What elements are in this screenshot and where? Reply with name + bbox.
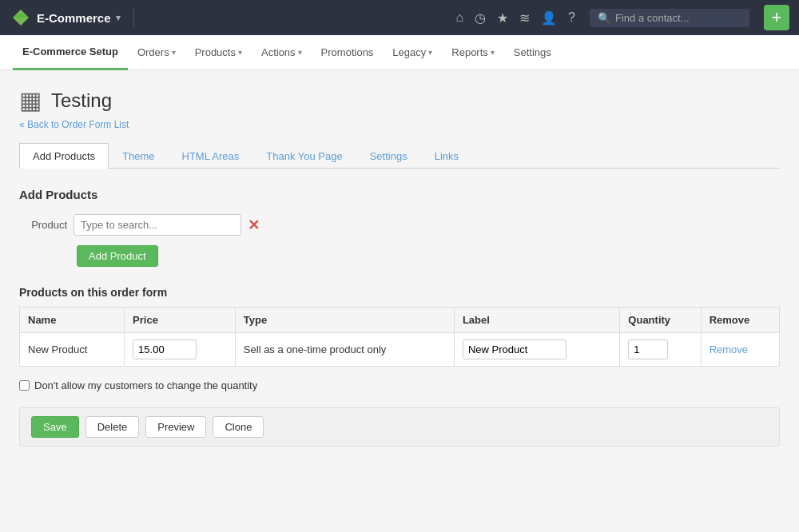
nav-legacy[interactable]: Legacy ▾	[383, 36, 442, 69]
nav-actions[interactable]: Actions ▾	[252, 36, 312, 69]
nav-divider	[133, 8, 134, 27]
tab-thank-you-page[interactable]: Thank You Page	[252, 143, 356, 169]
col-remove: Remove	[701, 308, 779, 333]
app-logo: E-Commerce ▾	[10, 6, 121, 29]
main-nav: E-Commerce Setup Orders ▾ Products ▾ Act…	[0, 35, 799, 70]
tab-links[interactable]: Links	[421, 143, 472, 169]
legacy-caret: ▾	[428, 48, 432, 57]
delete-button[interactable]: Delete	[85, 416, 140, 438]
star-icon[interactable]: ★	[497, 10, 508, 26]
product-search-row: Product ✕	[19, 214, 780, 236]
price-input[interactable]	[133, 339, 197, 359]
add-products-title: Add Products	[19, 188, 780, 201]
nav-orders[interactable]: Orders ▾	[128, 36, 185, 69]
tab-settings[interactable]: Settings	[356, 143, 421, 169]
nav-legacy-label: Legacy	[392, 46, 426, 58]
product-label-cell	[454, 333, 619, 367]
add-product-button[interactable]: Add Product	[77, 245, 158, 267]
nav-reports-label: Reports	[451, 46, 488, 58]
product-type-cell: Sell as a one-time product only	[235, 333, 454, 367]
quantity-checkbox-label[interactable]: Don't allow my customers to change the q…	[34, 379, 257, 391]
orders-caret: ▾	[172, 48, 176, 57]
table-row: New Product Sell as a one-time product o…	[20, 333, 780, 367]
nav-products[interactable]: Products ▾	[185, 36, 252, 69]
save-button[interactable]: Save	[31, 416, 79, 438]
search-placeholder: Find a contact...	[615, 12, 690, 24]
add-products-section: Add Products Product ✕ Add Product	[19, 188, 780, 267]
nav-ecommerce-setup[interactable]: E-Commerce Setup	[13, 35, 128, 70]
history-icon[interactable]: ◷	[475, 10, 486, 26]
preview-button[interactable]: Preview	[145, 416, 206, 438]
tabs-container: Add Products Theme HTML Areas Thank You …	[19, 143, 780, 169]
tab-html-areas[interactable]: HTML Areas	[169, 143, 253, 169]
tab-add-products[interactable]: Add Products	[19, 143, 109, 169]
col-quantity: Quantity	[620, 308, 701, 333]
page-icon: ▦	[19, 86, 42, 114]
help-icon[interactable]: ?	[568, 10, 575, 25]
top-bar: E-Commerce ▾ ⌂ ◷ ★ ≋ 👤 ? 🔍 Find a contac…	[0, 0, 799, 35]
home-icon[interactable]: ⌂	[455, 10, 463, 25]
clear-search-button[interactable]: ✕	[248, 218, 260, 232]
col-type: Type	[235, 308, 454, 333]
products-table-title: Products on this order form	[19, 286, 780, 299]
clone-button[interactable]: Clone	[213, 416, 264, 438]
actions-caret: ▾	[298, 48, 302, 57]
col-name: Name	[20, 308, 125, 333]
nav-products-label: Products	[195, 46, 236, 58]
nav-orders-label: Orders	[137, 46, 169, 58]
product-label: Product	[19, 219, 67, 231]
action-bar: Save Delete Preview Clone	[19, 407, 780, 447]
quantity-input[interactable]	[628, 339, 668, 359]
product-remove-cell: Remove	[701, 333, 779, 367]
page-header: ▦ Testing	[19, 86, 780, 114]
nav-reports[interactable]: Reports ▾	[442, 36, 504, 69]
search-icon: 🔍	[598, 12, 610, 24]
table-header-row: Name Price Type Label Quantity Remove	[20, 308, 780, 333]
topbar-icons: ⌂ ◷ ★ ≋ 👤 ?	[455, 10, 575, 26]
product-qty-cell	[620, 333, 701, 367]
page-title: Testing	[51, 89, 112, 112]
page-content: ▦ Testing « Back to Order Form List Add …	[0, 70, 799, 532]
user-icon[interactable]: 👤	[541, 10, 557, 26]
nav-promotions[interactable]: Promotions	[312, 36, 384, 69]
global-add-button[interactable]: +	[764, 5, 789, 30]
app-name: E-Commerce	[37, 11, 111, 25]
col-label: Label	[454, 308, 619, 333]
products-on-form-section: Products on this order form Name Price T…	[19, 286, 780, 367]
logo-dropdown-arrow[interactable]: ▾	[116, 13, 121, 23]
product-name-cell: New Product	[20, 333, 125, 367]
col-price: Price	[125, 308, 236, 333]
reports-caret: ▾	[491, 48, 495, 57]
back-link[interactable]: « Back to Order Form List	[19, 119, 780, 130]
products-caret: ▾	[238, 48, 242, 57]
label-input[interactable]	[463, 339, 566, 359]
product-price-cell	[125, 333, 236, 367]
add-product-btn-row: Add Product	[74, 245, 780, 267]
global-search[interactable]: 🔍 Find a contact...	[590, 9, 749, 27]
nav-settings[interactable]: Settings	[504, 36, 561, 69]
activity-icon[interactable]: ≋	[519, 10, 530, 26]
products-table: Name Price Type Label Quantity Remove Ne…	[19, 307, 780, 367]
product-search-input[interactable]	[74, 214, 241, 236]
nav-actions-label: Actions	[261, 46, 296, 58]
remove-link[interactable]: Remove	[710, 343, 748, 355]
quantity-checkbox-row: Don't allow my customers to change the q…	[19, 379, 780, 391]
quantity-checkbox[interactable]	[19, 380, 30, 391]
tab-theme[interactable]: Theme	[109, 143, 168, 169]
